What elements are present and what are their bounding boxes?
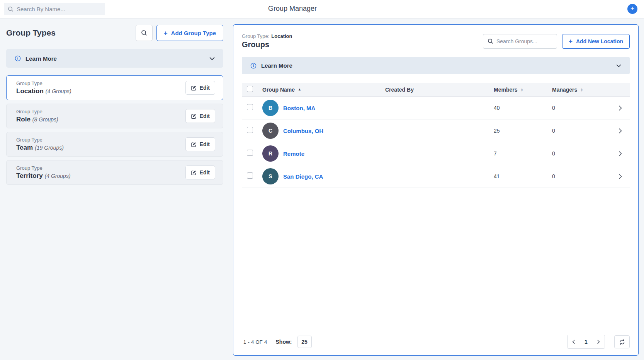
groups-learn-more[interactable]: Learn More (242, 57, 630, 74)
edit-label: Edit (200, 113, 210, 119)
group-name-link[interactable]: Boston, MA (283, 105, 315, 111)
group-row-boston[interactable]: B Boston, MA 40 0 (242, 97, 630, 119)
edit-group-type-button[interactable]: Edit (185, 165, 215, 179)
add-group-type-button[interactable]: + Add Group Type (156, 25, 223, 41)
groups-search[interactable] (483, 34, 557, 49)
members-cell: 41 (494, 173, 552, 179)
edit-group-type-button[interactable]: Edit (185, 137, 215, 151)
edit-pencil-icon (191, 142, 197, 147)
edit-group-type-button[interactable]: Edit (185, 109, 215, 123)
group-type-name: Role (16, 116, 31, 123)
column-header-created-by[interactable]: Created By (385, 87, 494, 93)
edit-label: Edit (200, 169, 210, 176)
group-type-card-role[interactable]: Group Type Role(8 Groups) Edit (6, 104, 223, 128)
page-size-selector[interactable]: 25 (297, 336, 312, 348)
group-type-count: (4 Groups) (46, 88, 71, 94)
group-type-count: (8 Groups) (32, 116, 58, 123)
show-label: Show: (276, 339, 292, 345)
chevron-right-icon[interactable] (610, 151, 630, 157)
group-type-label: Group Type (16, 109, 185, 114)
members-cell: 25 (494, 128, 552, 134)
avatar: S (262, 168, 279, 184)
row-checkbox[interactable] (247, 172, 253, 179)
group-type-list: Group Type Location(4 Groups) Edit Group… (6, 75, 223, 185)
group-type-count: (4 Groups) (45, 173, 71, 179)
breadcrumb: Group Type:Location (242, 33, 483, 39)
column-header-managers[interactable]: Managers ▲▼ (552, 87, 610, 93)
column-header-members[interactable]: Members ▲▼ (494, 87, 552, 93)
learn-more-label: Learn More (261, 62, 612, 69)
search-icon (488, 38, 493, 44)
group-type-name: Location (16, 87, 44, 95)
avatar: R (262, 145, 279, 162)
search-icon (141, 30, 147, 36)
info-icon (250, 63, 257, 69)
edit-label: Edit (200, 85, 210, 91)
global-search[interactable] (4, 3, 105, 15)
topbar: Group Manager + (0, 0, 644, 18)
global-search-input[interactable] (17, 6, 101, 12)
edit-pencil-icon (191, 113, 197, 119)
page-title: Group Manager (268, 5, 317, 13)
row-checkbox[interactable] (247, 127, 253, 133)
add-new-location-label: Add New Location (576, 38, 623, 44)
avatar: B (262, 100, 279, 116)
next-page-button[interactable] (592, 335, 605, 348)
members-cell: 40 (494, 105, 552, 111)
members-cell: 7 (494, 150, 552, 157)
chevron-right-icon[interactable] (610, 128, 630, 134)
pagination: 1 (567, 335, 605, 349)
add-group-type-label: Add Group Type (171, 30, 216, 36)
sort-icon: ▲▼ (520, 88, 523, 92)
group-type-card-team[interactable]: Group Type Team(19 Groups) Edit (6, 132, 223, 157)
group-type-label: Group Type (16, 80, 185, 86)
group-row-san-diego[interactable]: S San Diego, CA 41 0 (242, 165, 630, 188)
group-type-label: Group Type (16, 165, 185, 171)
select-all-checkbox[interactable] (247, 86, 253, 92)
group-name-link[interactable]: Remote (283, 150, 304, 157)
managers-cell: 0 (552, 128, 610, 134)
sort-ascending-icon: ▲ (298, 88, 301, 91)
groups-search-input[interactable] (496, 38, 552, 44)
avatar: C (262, 123, 279, 139)
group-types-learn-more[interactable]: Learn More (6, 49, 223, 68)
chevron-down-icon (209, 57, 215, 60)
plus-icon: + (569, 38, 573, 44)
group-type-name: Team (16, 144, 33, 151)
previous-page-button[interactable] (568, 335, 580, 348)
group-row-columbus[interactable]: C Columbus, OH 25 0 (242, 119, 630, 142)
edit-label: Edit (200, 141, 210, 147)
edit-group-type-button[interactable]: Edit (185, 81, 215, 95)
table-footer: 1 - 4 OF 4 Show: 25 1 (242, 335, 630, 348)
refresh-button[interactable] (614, 335, 630, 348)
column-header-group-name[interactable]: Group Name ▲ (262, 87, 385, 93)
group-type-card-territory[interactable]: Group Type Territory(4 Groups) Edit (6, 160, 223, 185)
group-type-count: (19 Groups) (35, 145, 64, 151)
learn-more-label: Learn More (25, 55, 205, 62)
managers-cell: 0 (552, 105, 610, 111)
group-name-link[interactable]: Columbus, OH (283, 128, 323, 134)
global-add-button[interactable]: + (627, 4, 637, 14)
group-name-link[interactable]: San Diego, CA (283, 173, 323, 180)
managers-cell: 0 (552, 173, 610, 179)
group-row-remote[interactable]: R Remote 7 0 (242, 142, 630, 165)
current-page: 1 (580, 335, 592, 348)
groups-table: Group Name ▲ Created By Members ▲▼ Manag… (242, 83, 630, 188)
info-icon (15, 55, 21, 61)
edit-pencil-icon (191, 85, 197, 91)
chevron-right-icon[interactable] (610, 174, 630, 179)
search-icon (8, 6, 14, 12)
managers-cell: 0 (552, 150, 610, 157)
row-checkbox[interactable] (247, 104, 253, 110)
refresh-icon (619, 339, 625, 345)
breadcrumb-value: Location (271, 33, 292, 39)
group-type-label: Group Type (16, 137, 185, 143)
groups-panel: Group Type:Location Groups + Add New Loc… (233, 24, 639, 356)
group-types-search-button[interactable] (136, 25, 153, 41)
row-checkbox[interactable] (247, 150, 253, 156)
group-type-card-location[interactable]: Group Type Location(4 Groups) Edit (6, 75, 223, 100)
group-type-name: Territory (16, 172, 43, 179)
chevron-right-icon[interactable] (610, 105, 630, 111)
group-types-panel: Group Types + Add Group Type Learn More (6, 24, 223, 188)
add-new-location-button[interactable]: + Add New Location (562, 34, 630, 49)
